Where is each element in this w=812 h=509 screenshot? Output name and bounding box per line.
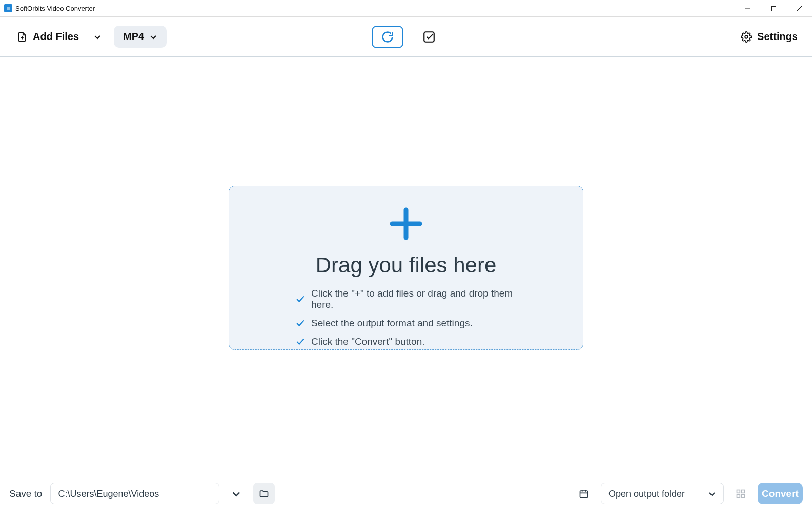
titlebar: SoftOrbits Video Converter [0, 0, 812, 17]
toolbar: Add Files MP4 Settings [0, 17, 812, 57]
main-area: Drag you files here Click the "+" to add… [0, 57, 812, 478]
check-icon [296, 295, 305, 304]
app-icon [4, 4, 12, 12]
center-tools [372, 26, 440, 48]
minimize-button[interactable] [735, 0, 761, 17]
refresh-button[interactable] [372, 26, 403, 48]
tip-item: Click the "+" to add files or drag and d… [296, 288, 516, 310]
add-files-button[interactable]: Add Files [9, 27, 86, 47]
drop-heading: Drag you files here [316, 253, 497, 278]
window-controls [735, 0, 812, 17]
svg-rect-0 [772, 6, 776, 11]
svg-rect-1 [424, 32, 434, 42]
plus-icon [388, 206, 424, 242]
tip-text: Select the output format and settings. [311, 318, 473, 329]
settings-button[interactable]: Settings [736, 27, 803, 47]
folder-icon [259, 488, 269, 499]
chevron-down-icon [149, 33, 157, 41]
bottombar: Save to Open output folder Convert [0, 478, 812, 509]
grid-view-button[interactable] [730, 483, 752, 504]
browse-folder-button[interactable] [253, 483, 275, 504]
save-path-input[interactable] [50, 483, 219, 504]
close-button[interactable] [786, 0, 812, 17]
refresh-icon [380, 30, 395, 44]
svg-point-2 [745, 35, 748, 38]
calendar-icon [579, 488, 589, 499]
tip-text: Click the "Convert" button. [311, 336, 425, 347]
add-files-dropdown[interactable] [86, 26, 109, 48]
check-icon [296, 319, 305, 328]
drop-zone[interactable]: Drag you files here Click the "+" to add… [229, 186, 583, 350]
gear-icon [741, 31, 752, 43]
svg-rect-3 [580, 491, 588, 497]
svg-rect-5 [742, 490, 745, 493]
tip-text: Click the "+" to add files or drag and d… [311, 288, 516, 310]
svg-rect-4 [737, 490, 740, 493]
tip-item: Select the output format and settings. [296, 318, 473, 329]
format-select[interactable]: MP4 [114, 26, 167, 48]
checkbox-icon [422, 30, 436, 44]
app-title: SoftOrbits Video Converter [15, 5, 95, 12]
settings-label: Settings [757, 31, 798, 43]
format-label: MP4 [123, 31, 144, 43]
svg-rect-7 [742, 495, 745, 498]
tips-list: Click the "+" to add files or drag and d… [296, 288, 516, 347]
chevron-down-icon [231, 488, 241, 499]
save-path-dropdown[interactable] [226, 483, 247, 504]
chevron-down-icon [708, 490, 716, 498]
check-icon [296, 337, 305, 346]
maximize-button[interactable] [761, 0, 786, 17]
convert-label: Convert [762, 488, 799, 499]
convert-button[interactable]: Convert [758, 483, 803, 504]
add-files-label: Add Files [33, 31, 79, 43]
calendar-button[interactable] [573, 483, 595, 504]
svg-rect-6 [737, 495, 740, 498]
tip-item: Click the "Convert" button. [296, 336, 425, 347]
chevron-down-icon [93, 33, 102, 41]
open-output-label: Open output folder [608, 488, 685, 499]
grid-icon [736, 488, 746, 499]
save-to-label: Save to [9, 488, 42, 499]
select-all-button[interactable] [418, 26, 440, 48]
file-plus-icon [16, 31, 28, 43]
open-output-select[interactable]: Open output folder [601, 483, 724, 504]
